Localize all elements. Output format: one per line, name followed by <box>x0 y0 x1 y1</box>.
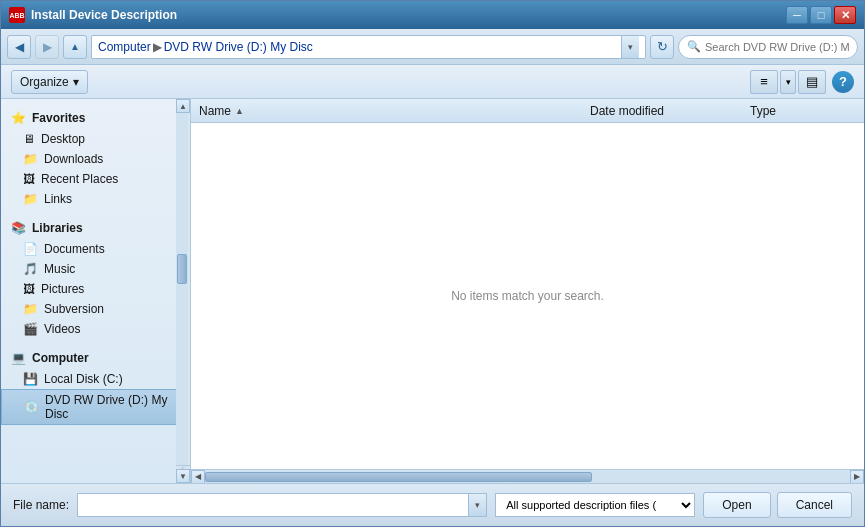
links-icon: 📁 <box>23 192 38 206</box>
refresh-button[interactable]: ↻ <box>650 35 674 59</box>
videos-label: Videos <box>44 322 80 336</box>
h-scroll-track <box>205 471 850 483</box>
filename-input[interactable] <box>77 493 469 517</box>
column-type[interactable]: Type <box>750 104 850 118</box>
sidebar-item-links[interactable]: 📁 Links <box>1 189 190 209</box>
computer-icon: 💻 <box>11 351 26 365</box>
subversion-label: Subversion <box>44 302 104 316</box>
scroll-thumb[interactable] <box>177 254 187 284</box>
filename-input-group: ▾ <box>77 493 487 517</box>
scroll-down-arrow[interactable]: ▼ <box>176 469 190 483</box>
scroll-left-arrow[interactable]: ◀ <box>191 470 205 484</box>
breadcrumb: Computer ▶ DVD RW Drive (D:) My Disc <box>98 40 621 54</box>
sort-arrow: ▲ <box>235 106 244 116</box>
organize-button[interactable]: Organize ▾ <box>11 70 88 94</box>
libraries-icon: 📚 <box>11 221 26 235</box>
maximize-button[interactable]: □ <box>810 6 832 24</box>
documents-label: Documents <box>44 242 105 256</box>
sidebar-scrollbar[interactable]: ▲ ≡ ▼ <box>176 99 190 483</box>
details-dropdown-button[interactable]: ▾ <box>780 70 796 94</box>
open-button[interactable]: Open <box>703 492 770 518</box>
sidebar-item-desktop[interactable]: 🖥 Desktop <box>1 129 190 149</box>
local-disk-label: Local Disk (C:) <box>44 372 123 386</box>
scroll-up-arrow[interactable]: ▲ <box>176 99 190 113</box>
pictures-icon: 🖼 <box>23 282 35 296</box>
view-buttons: ≡ ▾ ▤ <box>750 70 826 94</box>
bottom-bar: File name: ▾ All supported description f… <box>1 483 864 526</box>
search-input[interactable] <box>705 41 849 53</box>
sidebar-group-favorites[interactable]: ⭐ Favorites <box>1 107 190 129</box>
sidebar-group-libraries[interactable]: 📚 Libraries <box>1 217 190 239</box>
dvd-drive-icon: 💿 <box>24 400 39 414</box>
help-button[interactable]: ? <box>832 71 854 93</box>
dvd-drive-label: DVD RW Drive (D:) My Disc <box>45 393 179 421</box>
file-list: No items match your search. <box>191 123 864 469</box>
organize-label: Organize <box>20 75 69 89</box>
organize-dropdown-icon: ▾ <box>73 75 79 89</box>
libraries-label: Libraries <box>32 221 83 235</box>
horizontal-scrollbar[interactable]: ◀ ▶ <box>191 469 864 483</box>
videos-icon: 🎬 <box>23 322 38 336</box>
scroll-right-arrow[interactable]: ▶ <box>850 470 864 484</box>
sidebar-item-videos[interactable]: 🎬 Videos <box>1 319 190 339</box>
column-date-modified[interactable]: Date modified <box>590 104 750 118</box>
downloads-label: Downloads <box>44 152 103 166</box>
music-label: Music <box>44 262 75 276</box>
search-box[interactable]: 🔍 <box>678 35 858 59</box>
file-pane: Name ▲ Date modified Type No items match… <box>191 99 864 483</box>
sidebar-item-music[interactable]: 🎵 Music <box>1 259 190 279</box>
column-header: Name ▲ Date modified Type <box>191 99 864 123</box>
h-scroll-thumb[interactable] <box>205 472 592 482</box>
downloads-icon: 📁 <box>23 152 38 166</box>
music-icon: 🎵 <box>23 262 38 276</box>
sidebar-item-local-disk[interactable]: 💾 Local Disk (C:) <box>1 369 190 389</box>
desktop-icon: 🖥 <box>23 132 35 146</box>
action-buttons: Open Cancel <box>703 492 852 518</box>
filename-label: File name: <box>13 498 69 512</box>
breadcrumb-computer[interactable]: Computer <box>98 40 151 54</box>
breadcrumb-dvd[interactable]: DVD RW Drive (D:) My Disc <box>164 40 313 54</box>
forward-button[interactable]: ▶ <box>35 35 59 59</box>
sidebar-item-documents[interactable]: 📄 Documents <box>1 239 190 259</box>
filename-dropdown[interactable]: ▾ <box>469 493 487 517</box>
sidebar-item-subversion[interactable]: 📁 Subversion <box>1 299 190 319</box>
back-button[interactable]: ◀ <box>7 35 31 59</box>
cancel-button[interactable]: Cancel <box>777 492 852 518</box>
sidebar-section-libraries: 📚 Libraries 📄 Documents 🎵 Music 🖼 Pictur… <box>1 217 190 339</box>
up-button[interactable]: ▲ <box>63 35 87 59</box>
recent-places-icon: 🖼 <box>23 172 35 186</box>
column-name[interactable]: Name ▲ <box>191 104 590 118</box>
sidebar-section-computer: 💻 Computer 💾 Local Disk (C:) 💿 DVD RW Dr… <box>1 347 190 425</box>
sidebar-item-downloads[interactable]: 📁 Downloads <box>1 149 190 169</box>
sidebar-group-computer[interactable]: 💻 Computer <box>1 347 190 369</box>
window: ABB Install Device Description ─ □ ✕ ◀ ▶… <box>0 0 865 527</box>
documents-icon: 📄 <box>23 242 38 256</box>
minimize-button[interactable]: ─ <box>786 6 808 24</box>
sidebar-section-favorites: ⭐ Favorites 🖥 Desktop 📁 Downloads 🖼 Rece… <box>1 107 190 209</box>
address-dropdown[interactable]: ▾ <box>621 36 639 58</box>
sidebar: ⭐ Favorites 🖥 Desktop 📁 Downloads 🖼 Rece… <box>1 99 191 483</box>
address-path-box[interactable]: Computer ▶ DVD RW Drive (D:) My Disc ▾ <box>91 35 646 59</box>
address-bar: ◀ ▶ ▲ Computer ▶ DVD RW Drive (D:) My Di… <box>1 29 864 65</box>
toolbar: Organize ▾ ≡ ▾ ▤ ? <box>1 65 864 99</box>
main-content: ⭐ Favorites 🖥 Desktop 📁 Downloads 🖼 Rece… <box>1 99 864 483</box>
preview-pane-button[interactable]: ▤ <box>798 70 826 94</box>
pictures-label: Pictures <box>41 282 84 296</box>
sidebar-item-dvd-drive[interactable]: 💿 DVD RW Drive (D:) My Disc <box>1 389 190 425</box>
local-disk-icon: 💾 <box>23 372 38 386</box>
sidebar-item-recent-places[interactable]: 🖼 Recent Places <box>1 169 190 189</box>
desktop-label: Desktop <box>41 132 85 146</box>
links-label: Links <box>44 192 72 206</box>
empty-message: No items match your search. <box>451 289 604 303</box>
app-icon: ABB <box>9 7 25 23</box>
favorites-icon: ⭐ <box>11 111 26 125</box>
favorites-label: Favorites <box>32 111 85 125</box>
recent-places-label: Recent Places <box>41 172 118 186</box>
computer-label: Computer <box>32 351 89 365</box>
sidebar-item-pictures[interactable]: 🖼 Pictures <box>1 279 190 299</box>
filetype-select[interactable]: All supported description files ( GSD fi… <box>495 493 695 517</box>
list-view-button[interactable]: ≡ <box>750 70 778 94</box>
close-button[interactable]: ✕ <box>834 6 856 24</box>
title-bar-buttons: ─ □ ✕ <box>786 6 856 24</box>
search-icon: 🔍 <box>687 40 701 53</box>
